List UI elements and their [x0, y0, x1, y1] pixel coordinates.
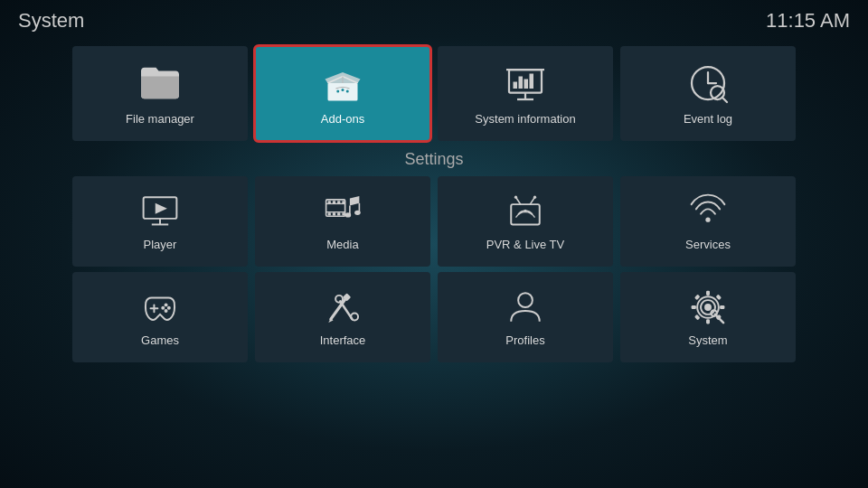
tile-media-label: Media: [326, 238, 358, 251]
svg-point-41: [533, 195, 536, 198]
event-log-icon: [686, 61, 730, 105]
svg-rect-11: [530, 74, 534, 89]
settings-row-1: Player: [72, 176, 796, 267]
games-icon: [141, 288, 179, 326]
tile-services-label: Services: [685, 238, 731, 251]
svg-rect-29: [328, 212, 331, 215]
svg-rect-60: [706, 319, 710, 324]
media-icon: [324, 192, 362, 230]
svg-point-2: [336, 90, 339, 93]
svg-rect-37: [511, 204, 540, 224]
svg-rect-0: [328, 83, 358, 101]
addons-icon: [321, 61, 364, 105]
clock: 11:15 AM: [766, 9, 850, 33]
svg-rect-27: [337, 201, 340, 203]
svg-point-55: [335, 295, 343, 302]
tile-interface[interactable]: Interface: [255, 272, 430, 362]
svg-rect-26: [333, 201, 335, 203]
tile-games-label: Games: [141, 333, 179, 347]
svg-marker-19: [156, 202, 167, 213]
tile-player-label: Player: [144, 238, 177, 251]
svg-rect-62: [720, 305, 724, 309]
tile-system-information-label: System information: [475, 112, 575, 126]
folder-icon: [138, 61, 182, 105]
system-info-icon: [504, 61, 547, 105]
services-icon: [689, 192, 727, 230]
tile-system-label: System: [688, 333, 727, 347]
tile-system-information[interactable]: System information: [438, 46, 613, 141]
svg-point-58: [704, 304, 712, 311]
svg-point-54: [351, 313, 358, 320]
svg-rect-65: [694, 314, 700, 319]
tile-profiles[interactable]: Profiles: [438, 272, 613, 362]
system-icon: [689, 288, 727, 326]
svg-rect-9: [519, 77, 524, 89]
tile-pvr-live-tv[interactable]: PVR & Live TV: [438, 176, 613, 267]
svg-rect-59: [706, 290, 710, 295]
settings-grid: Player: [0, 176, 868, 362]
svg-point-36: [354, 210, 361, 214]
svg-rect-61: [692, 305, 696, 309]
svg-rect-64: [716, 294, 722, 299]
svg-rect-31: [337, 212, 340, 215]
tile-event-log-label: Event log: [684, 112, 732, 126]
svg-rect-30: [333, 212, 335, 215]
svg-rect-32: [342, 212, 344, 215]
tile-profiles-label: Profiles: [505, 333, 544, 347]
top-tiles-row: File manager Add-ons: [0, 46, 868, 141]
svg-rect-10: [524, 80, 529, 89]
svg-point-46: [165, 303, 168, 306]
svg-line-17: [722, 98, 727, 102]
svg-rect-28: [342, 201, 344, 203]
svg-point-35: [345, 212, 352, 217]
tile-file-manager-label: File manager: [126, 112, 194, 126]
interface-icon: [324, 288, 362, 326]
settings-row-2: Games Interface Profiles: [72, 272, 796, 362]
tile-interface-label: Interface: [320, 333, 366, 347]
tile-player[interactable]: Player: [72, 176, 248, 267]
page-title: System: [18, 9, 84, 33]
svg-point-40: [514, 195, 517, 198]
player-icon: [141, 192, 179, 230]
tile-event-log[interactable]: Event log: [620, 46, 796, 141]
tile-games[interactable]: Games: [72, 272, 248, 362]
tile-system[interactable]: System: [620, 272, 796, 362]
tile-file-manager[interactable]: File manager: [72, 46, 248, 141]
svg-point-4: [346, 90, 349, 93]
settings-section-label: Settings: [0, 150, 868, 169]
svg-point-56: [518, 293, 533, 307]
header: System 11:15 AM: [0, 0, 868, 42]
svg-point-49: [167, 305, 171, 309]
tile-services[interactable]: Services: [620, 176, 796, 267]
profiles-icon: [506, 288, 544, 326]
svg-point-48: [161, 305, 165, 309]
svg-rect-25: [328, 201, 331, 203]
svg-point-47: [165, 308, 168, 312]
svg-point-43: [705, 217, 710, 221]
tile-add-ons-label: Add-ons: [321, 112, 364, 126]
svg-point-68: [711, 310, 717, 316]
svg-rect-8: [514, 82, 518, 89]
svg-point-42: [524, 209, 526, 211]
svg-rect-63: [694, 294, 700, 299]
pvr-icon: [506, 192, 544, 230]
tile-pvr-live-tv-label: PVR & Live TV: [486, 238, 564, 251]
tile-media[interactable]: Media: [255, 176, 430, 267]
svg-point-3: [342, 89, 344, 91]
tile-add-ons[interactable]: Add-ons: [255, 46, 430, 141]
